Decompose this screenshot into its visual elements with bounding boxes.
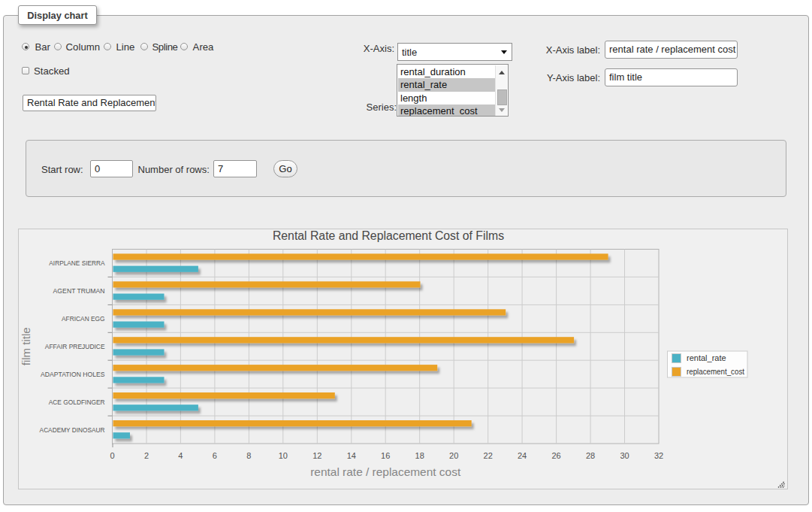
svg-text:10: 10 — [279, 451, 288, 460]
svg-text:0: 0 — [110, 451, 114, 460]
svg-text:30: 30 — [620, 451, 629, 460]
svg-text:2: 2 — [144, 451, 149, 460]
svg-text:26: 26 — [551, 451, 560, 460]
svg-text:AFRICAN EGG: AFRICAN EGG — [62, 314, 105, 323]
svg-text:ADAPTATION HOLES: ADAPTATION HOLES — [41, 370, 105, 378]
svg-text:24: 24 — [518, 451, 527, 460]
svg-text:rental_rate: rental_rate — [687, 353, 726, 362]
svg-text:rental rate / replacement cost: rental rate / replacement cost — [310, 465, 461, 478]
svg-text:20: 20 — [449, 451, 458, 460]
svg-text:Rental Rate and Replacement Co: Rental Rate and Replacement Cost of Film… — [273, 229, 504, 242]
svg-text:4: 4 — [178, 451, 183, 460]
svg-text:8: 8 — [246, 451, 251, 460]
svg-text:12: 12 — [312, 451, 321, 460]
svg-text:28: 28 — [586, 451, 595, 460]
svg-text:14: 14 — [347, 451, 356, 460]
svg-text:AFFAIR PREJUDICE: AFFAIR PREJUDICE — [45, 342, 105, 350]
svg-text:ACE GOLDFINGER: ACE GOLDFINGER — [49, 398, 105, 406]
svg-text:16: 16 — [381, 451, 390, 460]
svg-text:6: 6 — [213, 451, 217, 460]
svg-text:AGENT TRUMAN: AGENT TRUMAN — [53, 286, 105, 295]
svg-text:replacement_cost: replacement_cost — [687, 367, 744, 376]
svg-text:18: 18 — [415, 451, 424, 460]
svg-text:film title: film title — [20, 327, 32, 365]
svg-text:22: 22 — [484, 451, 493, 460]
svg-text:ACADEMY DINOSAUR: ACADEMY DINOSAUR — [40, 426, 105, 434]
svg-text:AIRPLANE SIERRA: AIRPLANE SIERRA — [49, 259, 105, 267]
svg-text:32: 32 — [654, 451, 663, 460]
